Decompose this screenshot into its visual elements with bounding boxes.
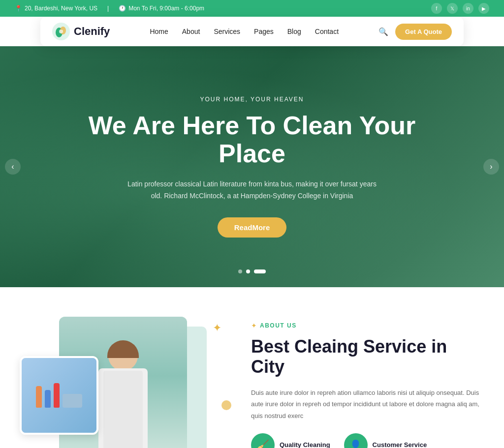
logo-text: Clenify [74,25,110,38]
person-hair [107,340,139,358]
service-label: Customer Service [373,441,427,448]
logo[interactable]: Clenify [52,23,110,40]
supply-bottle-blue [45,390,51,408]
clock-icon: 🕐 [119,5,126,12]
about-tag-text: ABOUT US [260,322,297,329]
facebook-icon[interactable]: f [431,3,442,14]
hero-next-button[interactable]: › [483,159,499,175]
decoration-star: ✦ [213,322,221,334]
about-content: ✦ ABOUT US Best Cleaing Service in City … [251,317,484,448]
hero-title: We Are Here To Clean Your Place [80,112,424,168]
about-images: 🧽 ✦ [20,317,226,448]
about-section: 🧽 ✦ ✦ ABOUT US Best Cleaing Service in C… [0,287,504,448]
nav-pages[interactable]: Pages [254,28,274,35]
linkedin-icon[interactable]: in [463,3,473,14]
top-bar-social: f 𝕏 in ▶ [431,3,489,14]
tag-star-icon: ✦ [251,322,257,329]
top-bar-left: 📍 20, Bardeshi, New York, US | 🕐 Mon To … [15,5,204,12]
quality-icon: 🧹 [251,433,275,448]
cleaning-supplies [36,383,82,408]
hero-dots [238,269,266,273]
navbar: Clenify Home About Services Pages Blog C… [40,17,464,46]
nav-services[interactable]: Services [214,28,240,35]
navbar-wrap: Clenify Home About Services Pages Blog C… [0,17,504,46]
about-image-small [20,356,98,435]
address-info: 📍 20, Bardeshi, New York, US [15,5,97,12]
about-description: Duis aute irure dolor in repreh ation ul… [251,387,484,421]
readmore-button[interactable]: ReadMore [218,217,287,238]
person-apron [103,371,143,448]
supply-bottle-red [54,383,60,408]
divider: | [107,5,109,12]
quality-label: Quality Cleaning [280,441,330,448]
about-features: 🧹 Quality Cleaning 👤 Customer Service [251,433,484,448]
about-tag: ✦ ABOUT US [251,322,484,329]
hero-description: Latin professor classical Latin literatu… [124,179,380,202]
about-title: Best Cleaing Service in City [251,336,484,377]
hero-tagline: YOUR HOME, YOUR HEAVEN [80,96,424,103]
top-bar: 📍 20, Bardeshi, New York, US | 🕐 Mon To … [0,0,504,17]
location-icon: 📍 [15,5,22,12]
hours-info: 🕐 Mon To Fri, 9:00am - 6:00pm [119,5,204,12]
service-icon: 👤 [344,433,368,448]
dot-2[interactable] [246,269,250,273]
nav-actions: 🔍 Get A Quote [378,24,452,40]
nav-contact[interactable]: Contact [315,28,339,35]
dot-3[interactable] [254,269,266,273]
about-image-small-inner [22,358,96,433]
logo-icon [52,23,70,40]
hero-section: YOUR HOME, YOUR HEAVEN We Are Here To Cl… [0,46,504,287]
twitter-icon[interactable]: 𝕏 [447,3,458,14]
nav-about[interactable]: About [182,28,200,35]
nav-links: Home About Services Pages Blog Contact [150,27,339,36]
search-button[interactable]: 🔍 [378,27,388,36]
hero-prev-button[interactable]: ‹ [5,159,21,175]
supply-bottle-orange [36,386,42,408]
youtube-icon[interactable]: ▶ [478,3,489,14]
hero-content: YOUR HOME, YOUR HEAVEN We Are Here To Cl… [80,96,424,238]
nav-blog[interactable]: Blog [287,28,301,35]
decoration-circle [221,400,231,410]
get-quote-button[interactable]: Get A Quote [395,24,452,40]
supply-container [63,394,82,408]
svg-point-3 [59,30,63,33]
nav-home[interactable]: Home [150,28,168,35]
feature-quality: 🧹 Quality Cleaning [251,433,330,448]
feature-service: 👤 Customer Service [344,433,427,448]
dot-1[interactable] [238,269,242,273]
